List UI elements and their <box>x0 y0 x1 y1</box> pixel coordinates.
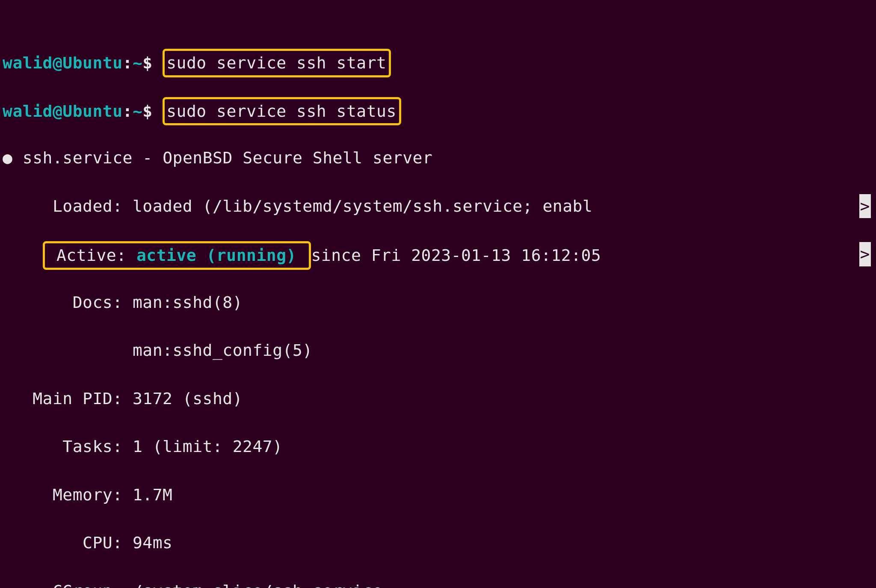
prompt-dollar-2: $ <box>142 102 152 121</box>
cmd-start: sudo service ssh start <box>166 53 386 72</box>
loaded-line: Loaded: loaded (/lib/systemd/system/ssh.… <box>3 194 873 218</box>
service-header: ● ssh.service - OpenBSD Secure Shell ser… <box>3 146 873 170</box>
cgroup-label: CGroup: <box>53 582 123 588</box>
mainpid-line: Main PID: 3172 (sshd) <box>3 387 873 411</box>
prompt-dollar: $ <box>142 53 152 72</box>
prompt-path-2: ~ <box>133 102 142 121</box>
highlight-cmd-status: sudo service ssh status <box>163 97 401 125</box>
prompt-path: ~ <box>133 53 142 72</box>
prompt-at-2: @ <box>53 102 62 121</box>
memory-line: Memory: 1.7M <box>3 483 873 507</box>
tasks-line: Tasks: 1 (limit: 2247) <box>3 434 873 458</box>
cgroup-line: CGroup: /system.slice/ssh.service <box>3 579 873 588</box>
active-value: active (running) <box>136 246 296 265</box>
prompt-sep-2: : <box>123 102 133 121</box>
mainpid-label: Main PID: <box>33 389 122 408</box>
docs-label: Docs: <box>73 293 123 312</box>
service-bullet: ● <box>3 148 12 167</box>
trunc-icon-2: > <box>859 242 871 266</box>
active-line: Active: active (running) since Fri 2023-… <box>3 242 873 266</box>
terminal-window[interactable]: walid@Ubuntu:~$ sudo service ssh start w… <box>0 0 876 588</box>
prompt-line-2: walid@Ubuntu:~$ sudo service ssh status <box>3 98 873 122</box>
cgroup-value: /system.slice/ssh.service <box>133 582 382 588</box>
prompt-sep: : <box>123 53 133 72</box>
prompt-host: Ubuntu <box>62 53 122 72</box>
highlight-active: Active: active (running) <box>43 241 311 269</box>
memory-value: 1.7M <box>133 485 173 504</box>
loaded-label: Loaded: <box>53 197 123 216</box>
cpu-line: CPU: 94ms <box>3 531 873 555</box>
docs-line-2: man:sshd_config(5) <box>3 338 873 362</box>
prompt-line-1: walid@Ubuntu:~$ sudo service ssh start <box>3 50 873 74</box>
service-name: ssh.service <box>23 148 133 167</box>
cpu-value: 94ms <box>133 533 173 552</box>
loaded-value: loaded (/lib/systemd/system/ssh.service;… <box>133 197 592 216</box>
mainpid-value: 3172 (sshd) <box>133 389 243 408</box>
active-label: Active: <box>56 246 127 265</box>
prompt-at: @ <box>53 53 62 72</box>
prompt-user: walid <box>3 53 53 72</box>
tasks-value: 1 (limit: 2247) <box>133 437 283 456</box>
cmd-status: sudo service ssh status <box>166 102 397 121</box>
service-dash: - <box>142 148 152 167</box>
prompt-user-2: walid <box>3 102 53 121</box>
active-since: since Fri 2023-01-13 16:12:05 <box>311 246 601 265</box>
prompt-host-2: Ubuntu <box>62 102 122 121</box>
service-desc: OpenBSD Secure Shell server <box>163 148 432 167</box>
cpu-label: CPU: <box>83 533 123 552</box>
docs-value-2: man:sshd_config(5) <box>133 341 313 360</box>
docs-value-1: man:sshd(8) <box>133 293 243 312</box>
trunc-icon: > <box>859 194 871 218</box>
memory-label: Memory: <box>53 485 123 504</box>
docs-line-1: Docs: man:sshd(8) <box>3 290 873 314</box>
highlight-cmd-start: sudo service ssh start <box>163 49 391 77</box>
tasks-label: Tasks: <box>62 437 122 456</box>
